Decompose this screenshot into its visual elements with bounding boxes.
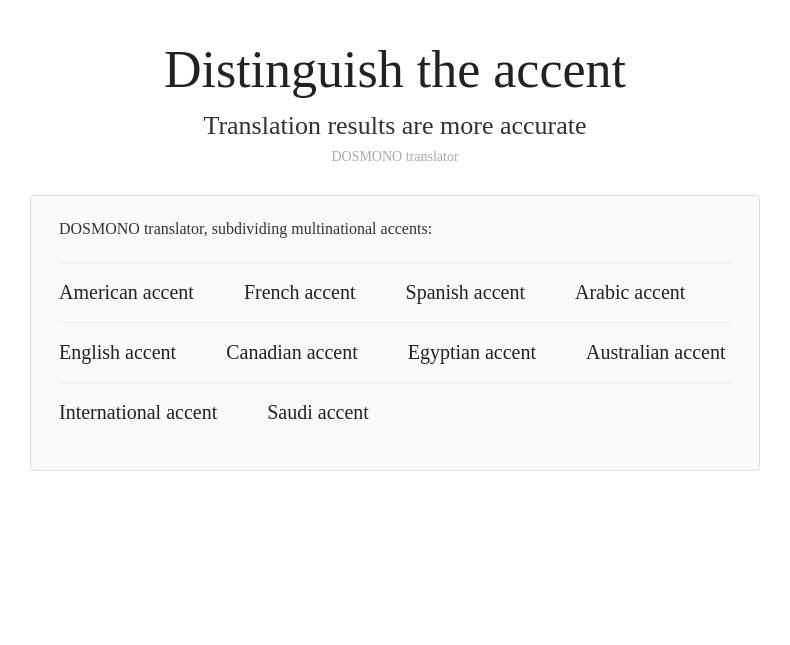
accent-spanish: Spanish accent <box>406 281 525 304</box>
accent-row-3: International accent Saudi accent <box>59 382 731 442</box>
small-text: DOSMONO translator <box>164 149 626 165</box>
accent-egyptian: Egyptian accent <box>408 341 536 364</box>
accent-arabic: Arabic accent <box>575 281 685 304</box>
accent-australian: Australian accent <box>586 341 725 364</box>
header-section: Distinguish the accent Translation resul… <box>164 40 626 165</box>
accent-row-1: American accent French accent Spanish ac… <box>59 262 731 322</box>
accent-row-2: English accent Canadian accent Egyptian … <box>59 322 731 382</box>
accent-saudi: Saudi accent <box>267 401 369 424</box>
accent-english: English accent <box>59 341 176 364</box>
accent-canadian: Canadian accent <box>226 341 358 364</box>
main-title: Distinguish the accent <box>164 40 626 99</box>
box-description: DOSMONO translator, subdividing multinat… <box>59 220 731 238</box>
subtitle: Translation results are more accurate <box>164 111 626 141</box>
accent-box: DOSMONO translator, subdividing multinat… <box>30 195 760 471</box>
accent-international: International accent <box>59 401 217 424</box>
accent-french: French accent <box>244 281 356 304</box>
accent-american: American accent <box>59 281 194 304</box>
